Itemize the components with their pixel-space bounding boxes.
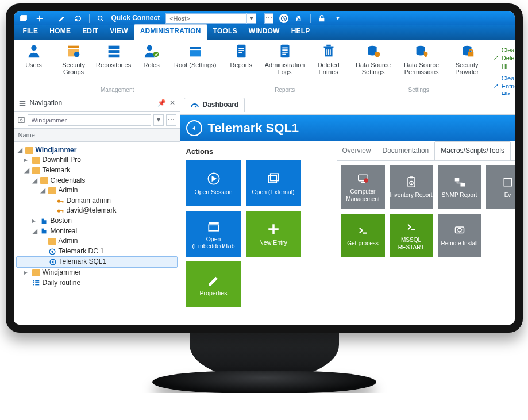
svg-rect-53 bbox=[40, 177, 48, 184]
ribbon-repositories[interactable]: Repositories bbox=[98, 43, 129, 68]
action-open-session[interactable]: Open Session bbox=[186, 160, 241, 206]
svg-rect-1 bbox=[21, 16, 26, 20]
tree-node-root[interactable]: ◢Windjammer bbox=[16, 145, 178, 156]
navigation-panel: Navigation 📌 ✕ ▾ ⋯ Name ◢Windjammer bbox=[14, 95, 180, 325]
ribbon-label: Deleted Entries bbox=[313, 61, 344, 75]
action-properties[interactable]: Properties bbox=[186, 261, 241, 307]
host-input[interactable] bbox=[166, 14, 246, 23]
svg-point-37 bbox=[416, 52, 425, 56]
svg-point-12 bbox=[147, 45, 152, 51]
tree-node-selected[interactable]: Telemark SQL1 bbox=[16, 256, 178, 268]
tree-node[interactable]: ◢Montreal bbox=[16, 226, 178, 237]
window-restore-icon[interactable] bbox=[18, 13, 29, 24]
filter-input[interactable] bbox=[28, 114, 151, 126]
svg-rect-88 bbox=[460, 183, 465, 187]
tree-node[interactable]: david@telemark bbox=[16, 206, 178, 216]
tool-snmp-report[interactable]: SNMP Report bbox=[438, 165, 481, 209]
ribbon-roles[interactable]: Roles bbox=[136, 43, 167, 68]
action-open-external[interactable]: Open (External) bbox=[246, 160, 301, 206]
tile-label: New Entry bbox=[259, 240, 287, 246]
subtab-overview[interactable]: Overview bbox=[337, 142, 377, 160]
svg-point-91 bbox=[458, 228, 461, 232]
tree-node[interactable]: Telemark DC 1 bbox=[16, 246, 178, 257]
tool-remote-install[interactable]: Remote Install bbox=[438, 214, 481, 257]
navigation-title: Navigation bbox=[30, 99, 63, 108]
ribbon-users[interactable]: Users bbox=[18, 43, 49, 68]
svg-rect-9 bbox=[108, 46, 119, 49]
menu-tools[interactable]: TOOLS bbox=[207, 25, 243, 40]
menu-view[interactable]: VIEW bbox=[104, 25, 133, 40]
folder-icon bbox=[32, 269, 40, 276]
svg-rect-76 bbox=[268, 176, 276, 183]
app-root: Quick Connect ▾ ⋯ ▾ FILE HOME EDIT VIEW … bbox=[14, 11, 515, 325]
connect-icon[interactable] bbox=[279, 14, 288, 23]
tool-inventory-report[interactable]: Inventory Report bbox=[390, 165, 433, 209]
separator bbox=[89, 14, 90, 23]
host-combo[interactable]: ▾ bbox=[165, 13, 256, 24]
tab-dashboard[interactable]: Dashboard bbox=[184, 98, 245, 112]
tree-node[interactable]: ◢Credentials bbox=[16, 176, 178, 186]
tree-node[interactable]: Daily routine bbox=[16, 278, 178, 288]
menu-file[interactable]: FILE bbox=[17, 25, 44, 40]
ribbon-ds-settings[interactable]: Data Source Settings bbox=[353, 43, 394, 75]
menu-home[interactable]: HOME bbox=[44, 25, 76, 40]
tree-node[interactable]: Admin bbox=[16, 236, 178, 246]
pin-icon[interactable]: 📌 bbox=[157, 99, 166, 108]
folder-icon bbox=[32, 157, 40, 164]
tool-truncated[interactable]: Ev bbox=[486, 165, 523, 209]
ribbon-security-provider[interactable]: Security Provider bbox=[450, 43, 484, 75]
search-icon[interactable] bbox=[95, 13, 106, 24]
external-link-icon[interactable] bbox=[294, 13, 305, 24]
svg-rect-74 bbox=[35, 284, 39, 286]
ribbon-label: Roles bbox=[144, 61, 160, 68]
tree-node[interactable]: ▸Boston bbox=[16, 216, 178, 226]
menu-edit[interactable]: EDIT bbox=[76, 25, 104, 40]
filter-dropdown[interactable]: ▾ bbox=[153, 114, 164, 126]
filter-more[interactable]: ⋯ bbox=[166, 114, 176, 126]
ribbon-group-title: Reports bbox=[226, 86, 344, 94]
close-panel-icon[interactable]: ✕ bbox=[169, 99, 175, 108]
subtab-documentation[interactable]: Documentation bbox=[377, 142, 435, 160]
subtab-more[interactable]: M bbox=[511, 142, 523, 160]
menu-window[interactable]: WINDOW bbox=[243, 25, 286, 40]
tree-node[interactable]: Domain admin bbox=[16, 196, 178, 206]
ribbon-reports[interactable]: Reports bbox=[226, 43, 257, 68]
menu-administration[interactable]: ADMINISTRATION bbox=[134, 24, 207, 40]
lock-dropdown-icon[interactable]: ▾ bbox=[333, 13, 343, 24]
action-open-embedded[interactable]: Open (Embedded/Tab bbox=[186, 211, 241, 257]
svg-rect-14 bbox=[190, 47, 201, 49]
lock-icon[interactable] bbox=[317, 13, 327, 24]
refresh-icon[interactable] bbox=[73, 13, 83, 24]
tree-node[interactable]: ▸Downhill Pro bbox=[16, 155, 178, 165]
ribbon-deleted-entries[interactable]: Deleted Entries bbox=[313, 43, 344, 75]
svg-point-49 bbox=[20, 119, 22, 121]
ribbon-admin-logs[interactable]: Administration Logs bbox=[264, 43, 306, 75]
ribbon: Users Security Groups Repositories bbox=[14, 40, 515, 95]
host-dropdown-icon[interactable]: ▾ bbox=[246, 13, 256, 24]
tree-view[interactable]: ◢Windjammer ▸Downhill Pro ◢Telemark ◢Cre… bbox=[14, 142, 180, 325]
folder-icon bbox=[48, 238, 56, 245]
details-subtabs: Overview Documentation Macros/Scripts/To… bbox=[337, 141, 515, 161]
tree-node[interactable]: ◢Telemark bbox=[16, 165, 178, 176]
tool-computer-management[interactable]: Computer Management bbox=[341, 165, 385, 209]
ribbon-security-groups[interactable]: Security Groups bbox=[56, 43, 91, 75]
tool-get-process[interactable]: Get-process bbox=[341, 214, 385, 257]
session-icon bbox=[48, 248, 56, 256]
ribbon-label: Administration Logs bbox=[264, 61, 306, 75]
action-new-entry[interactable]: New Entry bbox=[246, 211, 301, 257]
ribbon-ds-permissions[interactable]: Data Source Permissions bbox=[400, 43, 443, 75]
new-icon[interactable] bbox=[34, 13, 45, 24]
ribbon-group-title: Management bbox=[18, 86, 217, 94]
tree-node[interactable]: ◢Admin bbox=[16, 186, 178, 196]
ribbon-root-settings[interactable]: Root (Settings) bbox=[174, 43, 217, 68]
ribbon-group-title: Settings bbox=[353, 86, 484, 94]
tool-mssql-restart[interactable]: MSSQL RESTART bbox=[390, 214, 433, 257]
tree-node[interactable]: ▸Windjammer bbox=[16, 268, 178, 278]
subtab-macros[interactable]: Macros/Scripts/Tools bbox=[434, 141, 511, 160]
menu-help[interactable]: HELP bbox=[286, 25, 316, 40]
tool-tile-grid: Computer Management Inventory Report SNM… bbox=[337, 161, 515, 262]
ribbon-label: Users bbox=[25, 61, 42, 68]
host-more-button[interactable]: ⋯ bbox=[264, 13, 273, 24]
edit-icon[interactable] bbox=[57, 13, 67, 24]
ribbon-cleanup-deleted[interactable]: Cleanup Deleted Hi bbox=[494, 46, 523, 71]
